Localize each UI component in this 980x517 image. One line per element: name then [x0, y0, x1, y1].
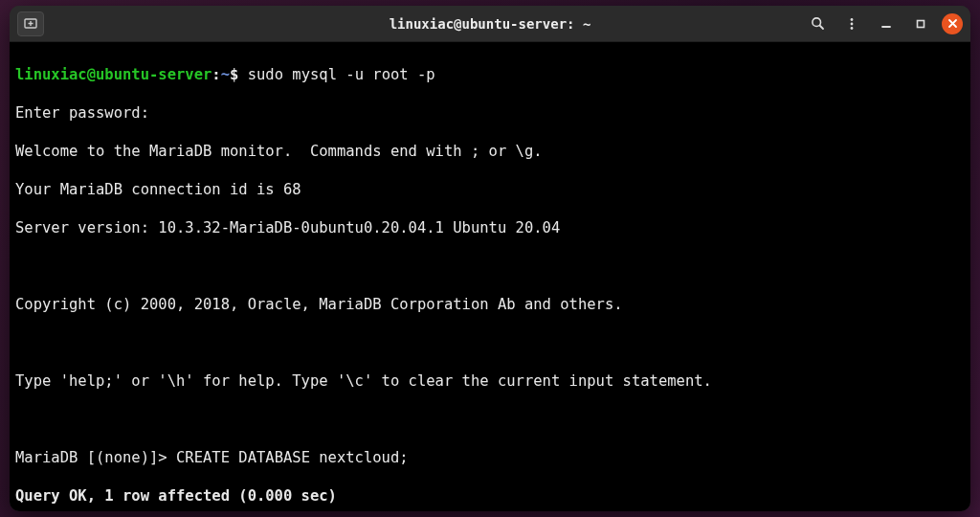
search-button[interactable]: [804, 11, 831, 36]
svg-rect-9: [918, 20, 924, 27]
output-line: Your MariaDB connection id is 68: [15, 180, 965, 199]
prompt-path: ~: [221, 66, 230, 83]
terminal-body[interactable]: linuxiac@ubuntu-server:~$ sudo mysql -u …: [10, 42, 970, 511]
query-result: Query OK, 1 row affected (0.000 sec): [15, 486, 965, 506]
svg-point-6: [851, 22, 854, 25]
new-tab-button[interactable]: [17, 11, 44, 36]
svg-line-4: [819, 26, 823, 30]
sql-query-1: CREATE DATABASE nextcloud;: [176, 449, 409, 466]
maximize-button[interactable]: [907, 11, 934, 36]
output-line: Type 'help;' or '\h' for help. Type '\c'…: [15, 371, 965, 391]
minimize-button[interactable]: [873, 11, 900, 36]
menu-button[interactable]: [838, 11, 865, 36]
window-title: linuxiac@ubuntu-server: ~: [189, 16, 791, 32]
mariadb-prompt: MariaDB [(none)]>: [15, 449, 176, 466]
terminal-window: linuxiac@ubuntu-server: ~ linuxiac@ubunt…: [10, 6, 970, 511]
prompt-host: linuxiac@ubuntu-server: [15, 66, 212, 83]
svg-point-7: [851, 27, 854, 30]
output-line: Welcome to the MariaDB monitor. Commands…: [15, 142, 965, 161]
output-line: Copyright (c) 2000, 2018, Oracle, MariaD…: [15, 295, 965, 314]
command-1: sudo mysql -u root -p: [238, 66, 434, 83]
output-line: Enter password:: [15, 103, 965, 123]
close-button[interactable]: [942, 13, 963, 34]
blank-line: [15, 333, 965, 352]
titlebar: linuxiac@ubuntu-server: ~: [10, 6, 970, 42]
output-line: Server version: 10.3.32-MariaDB-0ubuntu0…: [15, 218, 965, 237]
blank-line: [15, 257, 965, 276]
svg-point-5: [851, 18, 854, 21]
blank-line: [15, 410, 965, 429]
